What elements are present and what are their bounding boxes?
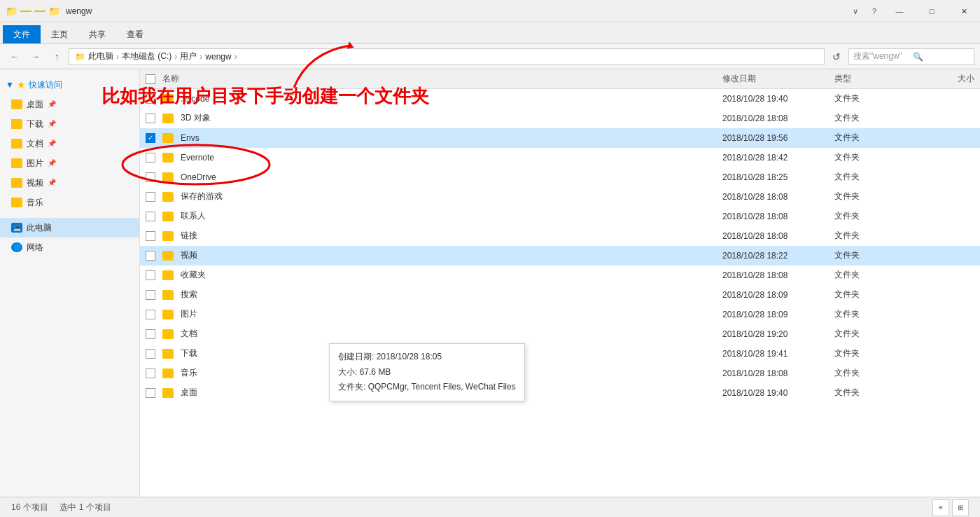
col-size-header[interactable]: 大小 [904, 73, 974, 85]
folder-icon [162, 251, 174, 261]
grid-view-button[interactable]: ⊞ [952, 499, 969, 516]
col-modified-cell: 2018/10/28 18:25 [722, 172, 834, 182]
table-row[interactable]: 链接 2018/10/28 18:08 文件夹 [140, 226, 980, 246]
search-box[interactable]: 搜索"wengw" 🔍 [848, 48, 974, 65]
header-checkbox[interactable] [146, 74, 155, 84]
table-row[interactable]: 收藏夹 2018/10/28 18:08 文件夹 [140, 266, 980, 285]
table-row[interactable]: 音乐 2018/10/28 18:08 文件夹 [140, 364, 980, 383]
folder-icon [162, 349, 174, 359]
table-row[interactable]: 桌面 2018/10/28 19:40 文件夹 [140, 383, 980, 403]
sidebar-item-downloads[interactable]: 下载 📌 [0, 114, 139, 134]
file-name: 文档 [181, 328, 197, 340]
folder-icon [162, 172, 174, 182]
col-name-header[interactable]: 名称 [162, 73, 722, 85]
tab-file[interactable]: 文件 [3, 25, 41, 43]
folder-icon [162, 388, 174, 398]
address-path[interactable]: 📁 此电脑 › 本地磁盘 (C:) › 用户 › wengw › [69, 48, 825, 65]
row-checkbox[interactable] [146, 113, 155, 123]
row-checkbox[interactable] [146, 388, 155, 398]
refresh-button[interactable]: ↺ [827, 48, 846, 66]
table-row[interactable]: 3D 对象 2018/10/28 18:08 文件夹 [140, 109, 980, 128]
tab-view[interactable]: 查看 [116, 25, 154, 43]
list-view-button[interactable]: ≡ [932, 499, 949, 516]
row-checkbox[interactable] [146, 270, 155, 280]
row-checkbox[interactable] [146, 349, 155, 359]
title-help[interactable]: ? [865, 0, 883, 22]
file-name: OneDrive [181, 172, 216, 182]
folder-icon [162, 212, 174, 221]
table-row[interactable]: Evernote 2018/10/28 18:42 文件夹 [140, 148, 980, 167]
tooltip-line1: 创建日期: 2018/10/28 18:05 [338, 350, 516, 365]
col-name-cell: 视频 [162, 249, 722, 261]
sidebar-item-music[interactable]: 音乐 [0, 193, 139, 212]
item-count: 16 个项目 [11, 502, 48, 512]
back-button[interactable]: ← [6, 48, 24, 66]
pin-icon: 📌 [48, 100, 56, 109]
col-modified-cell: 2018/10/28 19:20 [722, 329, 834, 339]
minimize-button[interactable]: — [883, 0, 916, 22]
table-row[interactable]: 视频 2018/10/28 18:22 文件夹 [140, 246, 980, 266]
table-row[interactable]: 搜索 2018/10/28 18:09 文件夹 [140, 285, 980, 305]
sidebar-item-documents[interactable]: 文档 📌 [0, 134, 139, 153]
tab-share[interactable]: 共享 [78, 25, 116, 43]
col-type-header[interactable]: 类型 [834, 73, 904, 85]
up-button[interactable]: ↑ [48, 48, 66, 66]
table-row[interactable]: OneDrive 2018/10/28 18:25 文件夹 [140, 167, 980, 187]
file-name: 3D 对象 [181, 112, 211, 124]
table-row[interactable]: .vscode 2018/10/28 19:40 文件夹 [140, 89, 980, 109]
tooltip: 创建日期: 2018/10/28 18:05 大小: 67.6 MB 文件夹: … [329, 343, 525, 401]
col-modified-cell: 2018/10/28 18:08 [722, 270, 834, 280]
tab-home[interactable]: 主页 [41, 25, 78, 43]
file-name: Envs [181, 133, 200, 143]
col-check-cell: ✓ [146, 133, 162, 143]
row-checkbox[interactable] [146, 329, 155, 339]
row-checkbox[interactable] [146, 290, 155, 300]
forward-button[interactable]: → [27, 48, 45, 66]
col-check-cell [146, 153, 162, 163]
table-row[interactable]: ✓ Envs 2018/10/28 19:56 文件夹 [140, 128, 980, 148]
breadcrumb-wengw[interactable]: wengw [205, 52, 231, 62]
row-checkbox[interactable] [146, 231, 155, 241]
sidebar-item-desktop[interactable]: 桌面 📌 [0, 95, 139, 114]
col-type-cell: 文件夹 [834, 367, 904, 379]
sidebar-item-thispc[interactable]: 💻 此电脑 [0, 218, 139, 237]
quick-access-header[interactable]: ▼ ★ 快速访问 [0, 75, 139, 95]
row-checkbox[interactable] [146, 172, 155, 182]
col-modified-cell: 2018/10/28 18:08 [722, 368, 834, 378]
table-row[interactable]: 图片 2018/10/28 18:09 文件夹 [140, 305, 980, 324]
row-checkbox[interactable] [146, 251, 155, 261]
file-name: .vscode [181, 94, 209, 104]
table-row[interactable]: 下载 2018/10/28 19:41 文件夹 [140, 344, 980, 364]
address-bar: ← → ↑ 📁 此电脑 › 本地磁盘 (C:) › 用户 › wengw › ↺… [0, 44, 980, 69]
breadcrumb-user[interactable]: 用户 [180, 50, 197, 62]
row-checkbox[interactable] [146, 153, 155, 163]
row-checkbox[interactable] [146, 192, 155, 202]
sidebar-label-pictures: 图片 [27, 158, 43, 170]
breadcrumb-pc[interactable]: 此电脑 [88, 50, 113, 62]
col-name-label: 名称 [162, 73, 179, 85]
close-button[interactable]: ✕ [948, 0, 980, 22]
row-checkbox[interactable] [146, 310, 155, 319]
file-name: 音乐 [181, 367, 197, 379]
col-check-cell [146, 94, 162, 104]
maximize-button[interactable]: □ [916, 0, 948, 22]
table-row[interactable]: 文档 2018/10/28 19:20 文件夹 [140, 324, 980, 344]
row-checkbox[interactable] [146, 212, 155, 221]
table-row[interactable]: 保存的游戏 2018/10/28 18:08 文件夹 [140, 187, 980, 207]
sidebar-item-network[interactable]: 🌐 网络 [0, 237, 139, 257]
col-type-cell: 文件夹 [834, 132, 904, 144]
row-checkbox[interactable] [146, 368, 155, 378]
col-type-cell: 文件夹 [834, 387, 904, 399]
col-name-cell: 收藏夹 [162, 269, 722, 281]
sidebar-item-pictures[interactable]: 图片 📌 [0, 153, 139, 173]
folder-icon-music [11, 198, 22, 207]
row-checkbox[interactable] [146, 94, 155, 104]
folder-icon [162, 270, 174, 280]
title-dropdown[interactable]: ∨ [846, 0, 865, 22]
col-modified-header[interactable]: 修改日期 [722, 73, 834, 85]
sidebar-item-videos[interactable]: 视频 📌 [0, 173, 139, 193]
row-checkbox[interactable]: ✓ [146, 133, 155, 143]
table-row[interactable]: 联系人 2018/10/28 18:08 文件夹 [140, 207, 980, 226]
tooltip-size-label: 大小: [338, 367, 357, 377]
breadcrumb-disk[interactable]: 本地磁盘 (C:) [122, 50, 172, 62]
